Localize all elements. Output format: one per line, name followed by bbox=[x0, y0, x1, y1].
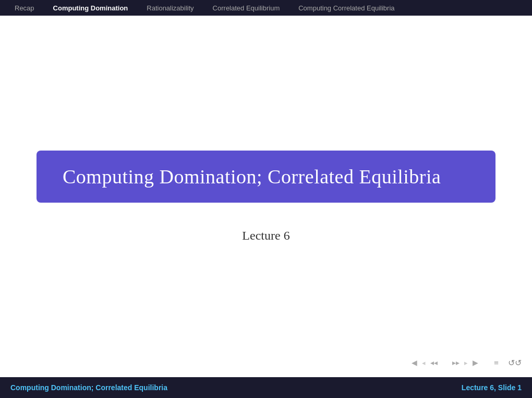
nav-arrow-right-2[interactable]: ▶ bbox=[471, 358, 479, 367]
nav-refresh-icon[interactable]: ↺↺ bbox=[508, 358, 522, 368]
nav-arrow-left-1[interactable]: ◀ bbox=[410, 358, 418, 367]
top-navigation-bar: Recap Computing Domination Rationalizabi… bbox=[0, 0, 532, 16]
nav-item-computing-domination[interactable]: Computing Domination bbox=[44, 0, 138, 16]
nav-arrow-left-2[interactable]: ◂◂ bbox=[429, 358, 439, 367]
slide-content: Computing Domination; Correlated Equilib… bbox=[0, 16, 532, 377]
slide-subtitle: Lecture 6 bbox=[242, 229, 289, 243]
status-left-text: Computing Domination; Correlated Equilib… bbox=[10, 383, 167, 392]
slide-nav-controls: ◀ ◂ ◂◂ ▸▸ ▸ ▶ ≡ ↺↺ bbox=[410, 358, 522, 368]
nav-equiv-icon[interactable]: ≡ bbox=[494, 358, 499, 368]
nav-arrow-right-1[interactable]: ▸▸ bbox=[451, 358, 461, 367]
nav-item-computing-correlated-equilibria[interactable]: Computing Correlated Equilibria bbox=[289, 0, 404, 16]
status-bar: Computing Domination; Correlated Equilib… bbox=[0, 377, 532, 398]
nav-item-rationalizability[interactable]: Rationalizability bbox=[137, 0, 203, 16]
nav-item-correlated-equilibrium[interactable]: Correlated Equilibrium bbox=[203, 0, 289, 16]
slide-title-box: Computing Domination; Correlated Equilib… bbox=[37, 151, 495, 203]
nav-item-recap[interactable]: Recap bbox=[5, 0, 44, 16]
status-right-text: Lecture 6, Slide 1 bbox=[462, 383, 522, 392]
slide-title: Computing Domination; Correlated Equilib… bbox=[63, 165, 441, 188]
